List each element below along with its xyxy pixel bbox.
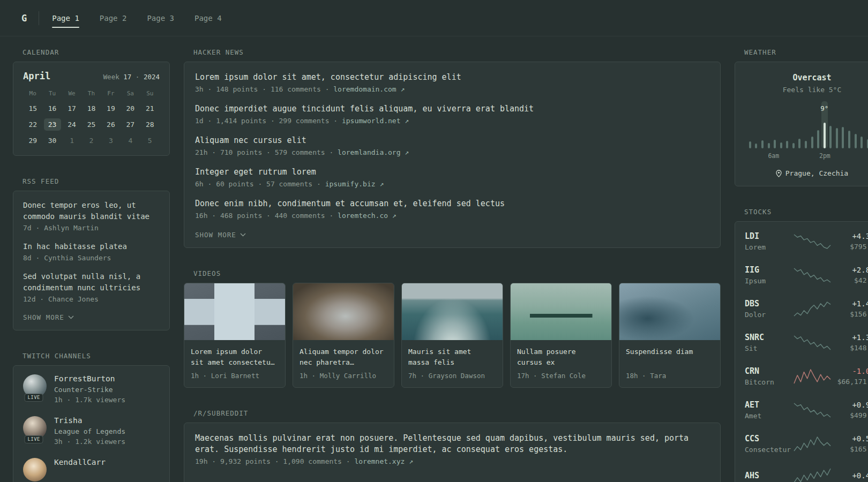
calendar-card: April Week 17 · 2024 MoTuWeThFrSaSu 1516… (13, 62, 170, 156)
video-title-link[interactable]: Nullam posuere cursus ex (517, 347, 605, 368)
calendar-day: 19 (102, 102, 119, 115)
calendar-day: 4 (122, 134, 139, 147)
video-card: Lorem ipsum dolor sit amet consectetu…1h… (184, 283, 286, 388)
hn-show-more-button[interactable]: SHOW MORE (195, 231, 246, 239)
stock-row[interactable]: AHS+0.46% (744, 461, 868, 482)
stock-price: $165.84 (832, 445, 868, 453)
video-thumbnail[interactable] (293, 283, 394, 340)
stock-change: +0.92% (832, 401, 868, 409)
rss-show-more-button[interactable]: SHOW MORE (23, 313, 74, 321)
stock-row[interactable]: SNRCSit+1.36%$148.64 (744, 326, 868, 359)
weather-bar (761, 140, 764, 148)
rss-widget-title: RSS FEED (23, 177, 170, 185)
news-meta: 16h · 468 points · 440 comments · loremt… (195, 212, 709, 220)
video-thumbnail[interactable] (402, 283, 503, 340)
stock-row[interactable]: IIGIpsum+2.84%$42.04 (744, 258, 868, 292)
twitch-channel-link[interactable]: KendallCarr (54, 458, 106, 466)
stock-name: Ipsum (745, 277, 793, 285)
stock-sparkline (793, 301, 832, 317)
twitch-meta: 1h · 1.7k viewers (54, 396, 125, 404)
stock-change: +2.84% (832, 266, 868, 274)
weather-widget-title: WEATHER (744, 48, 868, 56)
twitch-channel-link[interactable]: ForrestBurton (54, 374, 125, 383)
calendar-day: 28 (141, 118, 159, 131)
rss-item-meta: 12d · Chance Jones (23, 295, 160, 303)
weather-bar (798, 139, 800, 148)
news-headline-link[interactable]: Donec enim nibh, condimentum et accumsan… (195, 198, 709, 209)
reddit-source-link[interactable]: loremnet.xyz ↗ (354, 457, 413, 465)
rss-item-link[interactable]: In hac habitasse platea (23, 241, 160, 252)
weather-location: Prague, Czechia (745, 169, 868, 177)
stock-row[interactable]: CCSConsectetur+0.51%$165.84 (744, 427, 868, 461)
weather-bar (749, 141, 751, 148)
video-thumbnail[interactable] (619, 283, 720, 340)
calendar-day: 30 (44, 134, 61, 147)
rss-show-more-label: SHOW MORE (23, 313, 64, 321)
news-source-link[interactable]: ipsumworld.net ↗ (342, 117, 409, 125)
video-title-link[interactable]: Mauris sit amet massa felis (408, 347, 496, 368)
weather-hour-column (858, 101, 865, 148)
news-source-link[interactable]: loremlandia.org ↗ (338, 148, 409, 156)
video-thumbnail[interactable] (511, 283, 611, 340)
app-logo[interactable]: G (21, 13, 27, 24)
news-headline-link[interactable]: Donec imperdiet augue tincidunt felis al… (195, 103, 709, 115)
weather-hourly-chart: 9° (745, 101, 868, 148)
twitch-avatar (23, 458, 47, 481)
twitch-card: LIVEForrestBurtonCounter-Strike1h · 1.7k… (13, 365, 170, 482)
calendar-day-header: We (62, 90, 81, 97)
rss-item-link[interactable]: Sed volutpat nulla nisl, a condimentum n… (23, 271, 160, 293)
video-info: Mauris sit amet massa felis7h · Grayson … (402, 340, 503, 387)
news-headline-link[interactable]: Integer eget rutrum lorem (195, 167, 709, 178)
twitch-widget-title: TWITCH CHANNELS (23, 352, 170, 360)
stock-price: $42.04 (832, 276, 868, 284)
live-badge: LIVE (24, 435, 43, 443)
nav-tabs: Page 1Page 2Page 3Page 4 (52, 14, 221, 22)
nav-tab-page-1[interactable]: Page 1 (52, 14, 79, 22)
weather-hour-column (809, 101, 815, 148)
news-meta: 21h · 710 points · 579 comments · loreml… (195, 148, 709, 156)
stock-sparkline (793, 468, 832, 482)
weather-bar (836, 128, 838, 148)
news-source-link[interactable]: loremtech.co ↗ (338, 212, 396, 220)
news-item: Integer eget rutrum lorem6h · 60 points … (195, 167, 709, 188)
calendar-header: April Week 17 · 2024 (23, 71, 160, 81)
weather-hour-column (790, 101, 797, 148)
calendar-day: 2 (83, 134, 100, 147)
stock-row[interactable]: AETAmet+0.92%$499.72 (744, 393, 868, 427)
calendar-day: 25 (83, 118, 100, 131)
stock-price: $499.72 (832, 411, 868, 419)
news-source-link[interactable]: loremdomain.com ↗ (333, 85, 405, 93)
weather-hour-column (846, 101, 852, 148)
stocks-widget: STOCKS LDILorem+4.35%$795.18IIGIpsum+2.8… (735, 208, 868, 482)
video-title-link[interactable]: Suspendisse diam (626, 347, 714, 368)
stock-row[interactable]: CRNBitcorn-1.00%$66,171.48 (744, 359, 868, 393)
weather-hour-column (803, 101, 809, 148)
stock-row[interactable]: LDILorem+4.35%$795.18 (744, 224, 868, 258)
weather-bar (855, 134, 857, 148)
stock-identity: LDILorem (745, 231, 793, 251)
video-meta: 18h · Tara (626, 372, 714, 380)
news-item: Donec enim nibh, condimentum et accumsan… (195, 198, 709, 220)
weather-current-hour: 9° (821, 101, 828, 148)
news-source-link[interactable]: ipsumify.biz ↗ (325, 180, 384, 188)
stock-row[interactable]: DBSDolor+1.42%$156.28 (744, 292, 868, 326)
rss-item-link[interactable]: Donec tempor eros leo, ut commodo mauris… (23, 200, 160, 222)
weather-bar (824, 123, 826, 148)
twitch-channel-link[interactable]: Trisha (54, 416, 125, 425)
video-info: Nullam posuere cursus ex17h · Stefan Col… (511, 340, 611, 387)
weather-hour-column (778, 101, 784, 148)
video-title-link[interactable]: Aliquam tempor dolor nec pharetra… (300, 347, 387, 368)
news-headline-link[interactable]: Aliquam nec cursus elit (195, 135, 709, 146)
video-title-link[interactable]: Lorem ipsum dolor sit amet consectetu… (191, 347, 279, 368)
nav-tab-page-2[interactable]: Page 2 (100, 14, 127, 22)
news-meta-text: 3h · 148 points · 116 comments · (195, 85, 333, 93)
news-headline-link[interactable]: Lorem ipsum dolor sit amet, consectetur … (195, 72, 709, 83)
stocks-card: LDILorem+4.35%$795.18IIGIpsum+2.84%$42.0… (735, 221, 868, 482)
calendar-day: 26 (102, 118, 119, 131)
news-meta-text: 1d · 1,414 points · 299 comments · (195, 117, 342, 125)
nav-tab-page-3[interactable]: Page 3 (147, 14, 174, 22)
nav-tab-page-4[interactable]: Page 4 (194, 14, 222, 22)
video-thumbnail[interactable] (184, 283, 285, 340)
reddit-post-link[interactable]: Maecenas mollis pulvinar erat non posuer… (195, 433, 709, 455)
rss-item-meta: 7d · Ashlyn Martin (23, 224, 160, 232)
